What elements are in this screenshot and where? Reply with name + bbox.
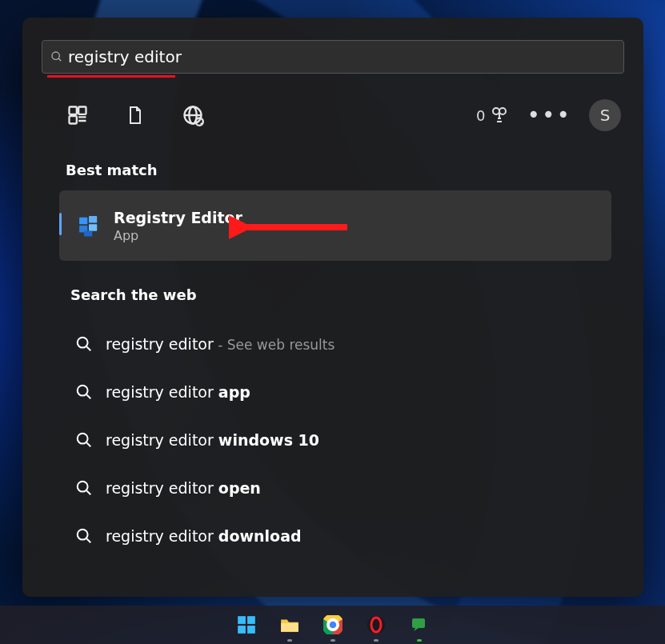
- svg-point-16: [78, 338, 88, 348]
- taskbar: [0, 606, 665, 644]
- registry-editor-icon: [75, 212, 102, 239]
- svg-line-23: [86, 490, 91, 495]
- svg-line-21: [86, 442, 91, 447]
- svg-rect-27: [247, 616, 255, 624]
- filter-row: 0 ••• S: [66, 99, 621, 131]
- web-result[interactable]: registry editor open: [70, 464, 599, 512]
- search-icon: [75, 335, 93, 353]
- points-count: 0: [476, 107, 485, 124]
- annotation-underline: [47, 75, 175, 78]
- start-button[interactable]: [236, 614, 257, 635]
- svg-rect-26: [238, 616, 246, 624]
- svg-rect-30: [281, 623, 298, 632]
- svg-rect-4: [70, 116, 77, 123]
- search-icon: [75, 383, 93, 401]
- svg-rect-39: [412, 618, 425, 628]
- svg-point-18: [78, 386, 88, 396]
- svg-point-9: [499, 108, 506, 114]
- search-icon: [75, 527, 93, 545]
- web-result[interactable]: registry editor download: [70, 512, 599, 560]
- svg-rect-29: [247, 626, 255, 634]
- avatar-initial: S: [600, 106, 611, 125]
- web-result[interactable]: registry editor - See web results: [70, 320, 599, 368]
- apps-filter-icon[interactable]: [66, 103, 90, 127]
- search-input[interactable]: [68, 47, 615, 66]
- file-explorer-button[interactable]: [279, 614, 300, 635]
- best-match-result[interactable]: Registry Editor App: [59, 190, 611, 261]
- svg-rect-10: [79, 218, 87, 225]
- svg-point-8: [493, 108, 499, 114]
- web-result[interactable]: registry editor app: [70, 368, 599, 416]
- web-results-list: registry editor - See web results regist…: [70, 320, 599, 560]
- search-web-label: Search the web: [70, 286, 197, 303]
- svg-line-17: [86, 346, 91, 351]
- search-icon: [75, 431, 93, 449]
- chrome-button[interactable]: [322, 614, 343, 635]
- chat-button[interactable]: [409, 614, 430, 635]
- svg-rect-11: [89, 216, 97, 223]
- svg-point-20: [78, 434, 88, 444]
- search-input-container[interactable]: [42, 40, 624, 74]
- result-title: Registry Editor: [114, 209, 242, 226]
- svg-point-24: [78, 530, 88, 540]
- user-avatar[interactable]: S: [589, 99, 621, 131]
- svg-line-1: [58, 58, 61, 61]
- svg-rect-2: [70, 107, 77, 114]
- svg-line-25: [86, 538, 91, 543]
- opera-button[interactable]: [366, 614, 387, 635]
- svg-rect-28: [238, 626, 246, 634]
- search-icon: [50, 50, 63, 63]
- documents-filter-icon[interactable]: [123, 103, 147, 127]
- svg-rect-3: [78, 107, 86, 114]
- more-options-button[interactable]: •••: [527, 111, 571, 119]
- svg-point-22: [78, 482, 88, 492]
- start-search-panel: 0 ••• S Best match Registry Editor App: [22, 18, 643, 597]
- trophy-icon: [490, 106, 509, 125]
- svg-rect-14: [84, 231, 92, 237]
- svg-rect-13: [89, 224, 97, 231]
- search-icon: [75, 479, 93, 497]
- rewards-points[interactable]: 0: [476, 106, 509, 125]
- web-filter-icon[interactable]: [181, 103, 205, 127]
- best-match-label: Best match: [66, 162, 158, 178]
- svg-line-19: [86, 394, 91, 399]
- web-result[interactable]: registry editor windows 10: [70, 416, 599, 464]
- result-subtitle: App: [114, 228, 242, 243]
- svg-point-0: [52, 52, 59, 59]
- selection-indicator: [59, 213, 62, 235]
